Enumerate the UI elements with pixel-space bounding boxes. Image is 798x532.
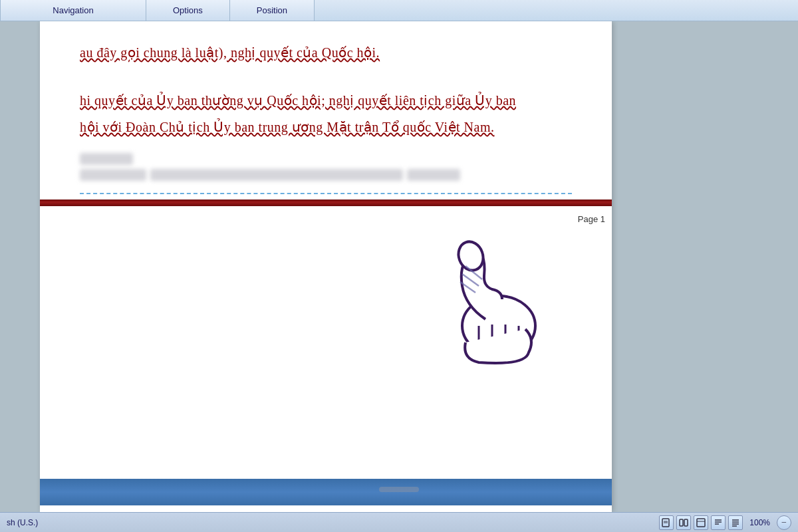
page-break-section: Page 1 [40,206,612,505]
text-line-1: au đây gọi chung là luật), nghị quyết củ… [80,41,572,64]
document-area: au đây gọi chung là luật), nghị quyết củ… [0,21,798,512]
text-line-2b: hội với Đoàn Chủ tịch Ủy ban trung ương … [80,116,572,138]
redacted-block-3 [150,169,403,181]
dashed-separator [80,193,572,194]
page-view-icon[interactable] [659,515,674,530]
horizontal-scrollbar[interactable] [379,487,419,492]
doc-content: au đây gọi chung là luật), nghị quyết củ… [40,21,612,194]
thumbs-up-illustration [426,226,559,359]
svg-rect-14 [680,519,683,526]
status-language: sh (U.S.) [7,518,38,527]
tab-options[interactable]: Options [146,0,230,21]
page-label-text: Page 1 [578,214,605,224]
document-page: au đây gọi chung là luật), nghị quyết củ… [40,21,612,512]
draft-view-icon[interactable] [728,515,743,530]
status-right-controls: 100% − [659,515,791,530]
svg-rect-16 [697,519,705,527]
tab-position[interactable]: Position [230,0,315,21]
redacted-block-2 [80,169,146,181]
redacted-area [80,153,572,181]
text-line-2a: hi quyết của Ủy ban thường vụ Quốc hội; … [80,89,572,112]
tab-position-label: Position [257,5,287,15]
redacted-block-1 [80,153,133,165]
read-view-icon[interactable] [676,515,691,530]
page-number-label: Page 1 [578,214,605,224]
text-content-2a: hi quyết của Ủy ban thường vụ Quốc hội; … [80,93,516,108]
zoom-out-button[interactable]: − [777,515,791,530]
zoom-level: 100% [749,518,770,527]
tab-options-label: Options [173,5,203,15]
svg-rect-15 [684,519,688,526]
outline-view-icon[interactable] [711,515,726,530]
section-divider-bar [40,200,612,206]
tab-navigation[interactable]: Navigation [0,0,146,21]
redacted-block-4 [407,169,460,181]
status-bar: sh (U.S.) 100% − [0,512,798,532]
tab-navigation-label: Navigation [53,5,93,15]
language-label: sh (U.S.) [7,518,38,527]
next-page-area [40,505,612,512]
ribbon-bar: Navigation Options Position [0,0,798,21]
text-content-2b: hội với Đoàn Chủ tịch Ủy ban trung ương … [80,120,494,134]
blue-section-band [40,479,612,505]
web-view-icon[interactable] [694,515,708,530]
text-content-1: au đây gọi chung là luật), nghị quyết củ… [80,45,380,60]
